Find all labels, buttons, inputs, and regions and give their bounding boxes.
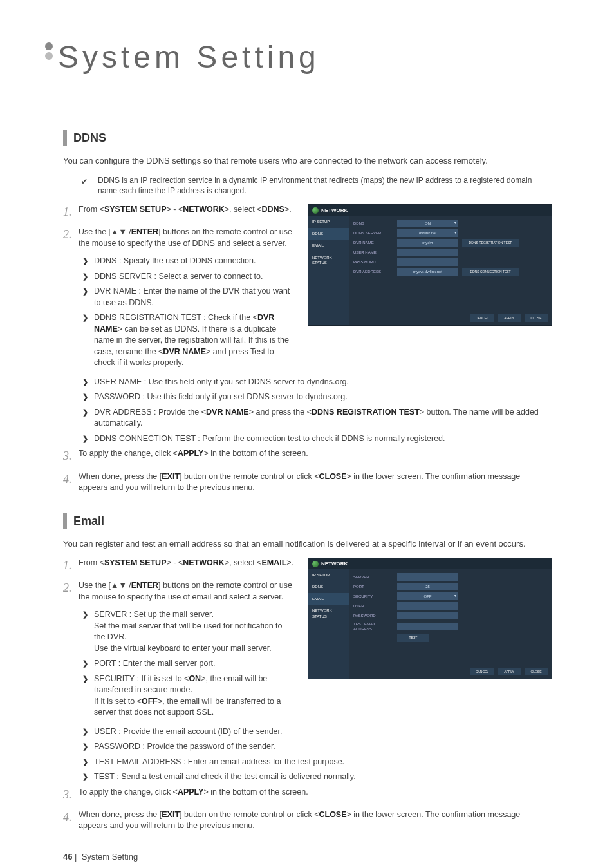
check-icon: ✔ (81, 176, 88, 187)
globe-icon (312, 561, 319, 567)
globe-icon (312, 207, 319, 214)
dvr-name-field[interactable]: mydvr (397, 239, 458, 247)
side-email[interactable]: EMAIL (308, 593, 349, 605)
side-network-status[interactable]: NETWORK STATUS (308, 252, 349, 269)
section-ddns-heading: DDNS (63, 130, 551, 146)
dvr-address-field[interactable]: mydvr.dvrlink.net (397, 268, 458, 276)
close-button[interactable]: CLOSE (525, 668, 548, 675)
cancel-button[interactable]: CANCEL (470, 668, 494, 675)
side-email[interactable]: EMAIL (308, 240, 349, 251)
email-user-field[interactable] (397, 602, 458, 610)
security-select[interactable]: OFF (397, 592, 458, 600)
user-name-field[interactable] (397, 249, 458, 256)
ddns-tip: ✔ DDNS is an IP redirection service in a… (63, 175, 551, 197)
cancel-button[interactable]: CANCEL (470, 314, 494, 322)
ddns-step-3: 3. To apply the change, click <APPLY> in… (63, 448, 551, 464)
side-ip-setup[interactable]: IP SETUP (308, 569, 349, 581)
side-network-status[interactable]: NETWORK STATUS (308, 605, 349, 622)
ddns-step-1: 1. From <SYSTEM SETUP> - <NETWORK>, sele… (63, 204, 295, 220)
ddns-step-4: 4. When done, press the [EXIT] button on… (63, 471, 551, 494)
section-email-heading: Email (63, 513, 551, 529)
server-field[interactable] (397, 573, 458, 581)
email-step-4: 4. When done, press the [EXIT] button on… (63, 809, 551, 832)
page-footer: 46 | System Setting (0, 838, 614, 863)
side-ddns[interactable]: DDNS (308, 228, 349, 240)
email-bullets-b: USER : Provide the email account (ID) of… (82, 726, 551, 783)
test-email-field[interactable] (397, 623, 458, 630)
ddns-select[interactable]: ON (397, 220, 458, 227)
email-step-2: 2. Use the [▲▼ /ENTER] buttons on the re… (63, 580, 295, 603)
side-ip-setup[interactable]: IP SETUP (308, 216, 349, 227)
email-step-1: 1. From <SYSTEM SETUP> - <NETWORK>, sele… (63, 558, 295, 574)
ddns-bullets-b: USER NAME : Use this field only if you s… (82, 377, 551, 445)
ddns-server-select[interactable]: dvrlink.net (397, 229, 458, 237)
port-field[interactable]: 25 (397, 583, 458, 590)
ddns-step-2: 2. Use the [▲▼ /ENTER] buttons on the re… (63, 227, 295, 249)
side-ddns[interactable]: DDNS (308, 581, 349, 592)
email-bullets-a: SERVER : Set up the mail server. Set the… (82, 609, 295, 719)
email-password-field[interactable] (397, 612, 458, 619)
ddns-intro: You can configure the DDNS settings so t… (63, 155, 551, 167)
email-intro: You can register and test an email addre… (63, 538, 551, 550)
apply-button[interactable]: APPLY (498, 314, 521, 322)
ddns-bullets-a: DDNS : Specify the use of DDNS connectio… (82, 256, 295, 369)
page-title: System Setting (0, 0, 614, 79)
close-button[interactable]: CLOSE (525, 314, 548, 322)
ddns-screenshot: NETWORK IP SETUP DDNS EMAIL NETWORK STAT… (308, 204, 552, 326)
password-field[interactable] (397, 258, 458, 266)
test-button[interactable]: TEST (397, 634, 429, 642)
apply-button[interactable]: APPLY (498, 668, 521, 675)
ddns-reg-test-button[interactable]: DDNS REGISTRATION TEST (462, 239, 519, 247)
email-screenshot: NETWORK IP SETUP DDNS EMAIL NETWORK STAT… (308, 558, 552, 679)
ddns-conn-test-button[interactable]: DDNS CONNECTION TEST (462, 268, 519, 276)
email-step-3: 3. To apply the change, click <APPLY> in… (63, 787, 551, 803)
